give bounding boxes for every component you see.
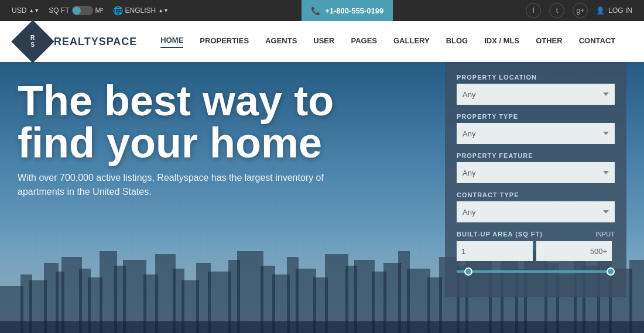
property-location-label: PROPERTY LOCATION bbox=[457, 74, 615, 81]
login-label: LOG IN bbox=[608, 6, 632, 15]
nav-item-gallery[interactable]: GALLERY bbox=[393, 36, 430, 47]
nav-item-contact[interactable]: CONTACT bbox=[579, 36, 616, 47]
brand-name: REALTYSPACE bbox=[54, 36, 137, 48]
logo-area[interactable]: RS REALTYSPACE bbox=[18, 26, 137, 57]
property-feature-group: PROPERTY FEATURE Any bbox=[457, 152, 615, 183]
range-slider-max[interactable] bbox=[457, 270, 615, 273]
top-bar-right: f t g+ 👤 LOG IN bbox=[526, 3, 632, 18]
search-panel: PROPERTY LOCATION Any PROPERTY TYPE Any … bbox=[445, 62, 626, 297]
twitter-icon[interactable]: t bbox=[549, 3, 564, 18]
unit1-label: SQ FT bbox=[49, 6, 69, 15]
property-location-select[interactable]: Any bbox=[457, 84, 615, 105]
nav-item-agents[interactable]: AGENTS bbox=[265, 36, 297, 47]
property-type-group: PROPERTY TYPE Any bbox=[457, 113, 615, 144]
toggle-knob bbox=[73, 6, 81, 15]
property-feature-label: PROPERTY FEATURE bbox=[457, 152, 615, 159]
nav-item-user[interactable]: USER bbox=[313, 36, 334, 47]
currency-label: USD bbox=[12, 6, 26, 15]
top-bar-left: USD ▲▼ SQ FT M² 🌐 ENGLISH ▲▼ bbox=[12, 6, 169, 15]
range-slider-container bbox=[457, 266, 615, 277]
phone-bar: 📞 +1-800-555-0199 bbox=[302, 0, 393, 21]
property-type-select[interactable]: Any bbox=[457, 123, 615, 144]
phone-number: +1-800-555-0199 bbox=[325, 6, 383, 15]
googleplus-icon[interactable]: g+ bbox=[573, 3, 588, 18]
top-bar: USD ▲▼ SQ FT M² 🌐 ENGLISH ▲▼ 📞 +1-800-55… bbox=[0, 0, 644, 21]
login-button[interactable]: 👤 LOG IN bbox=[596, 6, 632, 15]
range-inputs-row bbox=[457, 241, 615, 261]
unit2-label: M² bbox=[95, 6, 104, 15]
built-up-label: BUILT-UP AREA (SQ FT) bbox=[457, 231, 543, 238]
nav-bar: RS REALTYSPACE HOME PROPERTIES AGENTS US… bbox=[0, 21, 644, 62]
hero-section: The best way to find your home With over… bbox=[0, 62, 644, 333]
unit-toggle[interactable]: SQ FT M² bbox=[49, 6, 103, 15]
nav-item-home[interactable]: HOME bbox=[160, 36, 183, 48]
hero-content: The best way to find your home With over… bbox=[18, 80, 398, 199]
language-label: ENGLISH bbox=[125, 6, 156, 15]
language-selector[interactable]: 🌐 ENGLISH ▲▼ bbox=[113, 6, 169, 15]
contract-type-group: CONTRACT TYPE Any bbox=[457, 191, 615, 222]
facebook-icon[interactable]: f bbox=[526, 3, 541, 18]
input-label: INPUT bbox=[595, 231, 615, 238]
nav-item-other[interactable]: OTHER bbox=[536, 36, 563, 47]
currency-toggle[interactable]: USD ▲▼ bbox=[12, 6, 39, 15]
property-feature-select[interactable]: Any bbox=[457, 162, 615, 183]
user-icon: 👤 bbox=[596, 6, 605, 15]
nav-item-properties[interactable]: PROPERTIES bbox=[200, 36, 249, 47]
range-max-input[interactable] bbox=[536, 241, 612, 261]
nav-item-idx-mls[interactable]: IDX / MLS bbox=[484, 36, 519, 47]
svg-rect-25 bbox=[325, 254, 348, 333]
logo-diamond: RS bbox=[11, 20, 54, 63]
currency-arrow-icon: ▲▼ bbox=[29, 8, 39, 13]
svg-rect-13 bbox=[155, 254, 176, 333]
property-type-label: PROPERTY TYPE bbox=[457, 113, 615, 120]
svg-rect-47 bbox=[0, 321, 644, 333]
phone-icon: 📞 bbox=[311, 6, 320, 15]
unit-switch[interactable] bbox=[72, 6, 93, 15]
contract-type-label: CONTRACT TYPE bbox=[457, 191, 615, 198]
lang-arrow-icon: ▲▼ bbox=[158, 8, 169, 13]
nav-item-blog[interactable]: BLOG bbox=[446, 36, 468, 47]
hero-title: The best way to find your home bbox=[18, 80, 398, 164]
contract-type-select[interactable]: Any bbox=[457, 201, 615, 222]
hero-subtitle: With over 700,000 active listings, Realt… bbox=[18, 171, 340, 199]
logo-initials: RS bbox=[30, 35, 35, 49]
built-up-group: BUILT-UP AREA (SQ FT) INPUT bbox=[457, 231, 615, 277]
nav-item-pages[interactable]: PAGES bbox=[351, 36, 377, 47]
range-min-input[interactable] bbox=[457, 241, 533, 261]
nav-menu: HOME PROPERTIES AGENTS USER PAGES GALLER… bbox=[160, 36, 626, 48]
property-location-group: PROPERTY LOCATION Any bbox=[457, 74, 615, 105]
built-up-header: BUILT-UP AREA (SQ FT) INPUT bbox=[457, 231, 615, 238]
svg-rect-19 bbox=[237, 251, 263, 333]
globe-icon: 🌐 bbox=[113, 6, 123, 15]
